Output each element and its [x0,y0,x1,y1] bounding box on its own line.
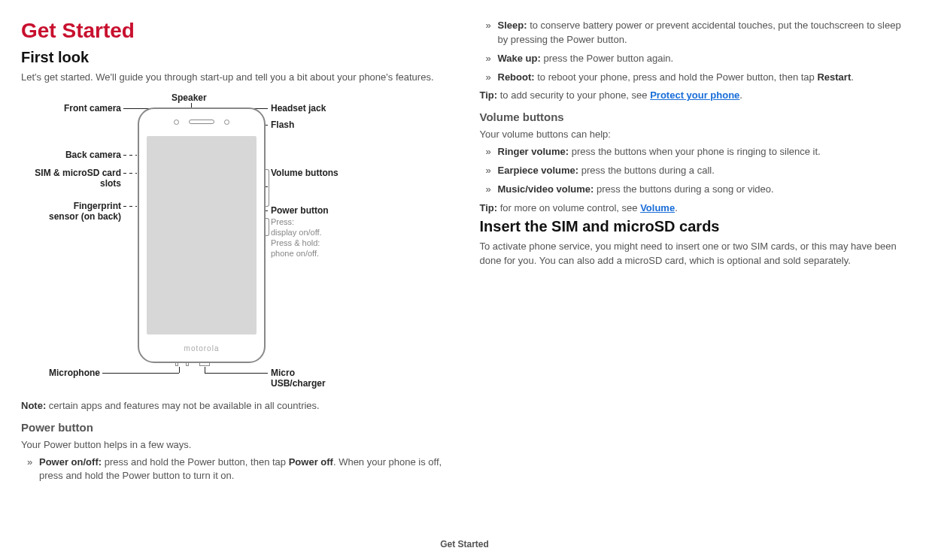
label-power-sub1: Press: [271,217,294,227]
bold2: Power off [289,456,333,468]
tip-label: Tip: [480,202,498,213]
volume-buttons-intro: Your volume buttons can help: [480,128,909,142]
item-earpiece: Earpiece volume: press the buttons durin… [483,164,909,178]
label-microphone: Microphone [44,368,100,378]
lead-back-camera [123,155,137,156]
page-footer: Get Started [0,539,929,549]
note-text: certain apps and features may not be ava… [46,400,320,411]
label-power-sub2: display on/off. [271,228,322,238]
power-button-list: Power on/off: press and hold the Power b… [21,456,450,484]
sensor-icon [224,120,229,125]
lead-microphone-h [102,373,179,374]
label-power-sub4: phone on/off. [271,249,319,259]
text: press the Power button again. [541,53,673,64]
item-sleep: Sleep: to conserve battery power or prev… [483,19,909,47]
label-power-sub3: Press & hold: [271,238,320,248]
label-speaker: Speaker [172,92,207,103]
mic-port-icon-2 [186,362,189,366]
text: to conserve battery power or prevent acc… [498,20,901,45]
label-fingerprint: Fingerprint sensor (on back) [44,201,121,222]
volume-buttons-list: Ringer volume: press the buttons when yo… [480,145,909,197]
text: press the buttons when your phone is rin… [569,146,821,157]
item-reboot: Reboot: to reboot your phone, press and … [483,71,909,85]
lead-usb-v [205,367,205,373]
label-back-camera: Back camera [57,150,121,160]
label-flash: Flash [271,120,294,130]
label-micro-usb: Micro USB/charger [271,368,339,389]
volume-button-icon [265,169,269,207]
label: Earpiece volume: [498,165,579,176]
bold2: Restart [817,71,851,83]
phone-diagram: Speaker Front camera Back camera SIM & m… [21,92,442,393]
power-button-list-cont: Sleep: to conserve battery power or prev… [480,19,909,84]
label-power-button: Power button [271,205,329,216]
volume-buttons-heading: Volume buttons [480,110,909,123]
power-button-heading: Power button [21,421,450,434]
power-button-intro: Your Power button helps in a few ways. [21,438,450,453]
screen [147,136,257,334]
page-columns: Get Started First look Let's get started… [21,19,908,488]
item-power-on-off: Power on/off: press and hold the Power b… [24,456,450,484]
lead-microphone-v [179,367,180,373]
label: Power on/off: [39,456,102,468]
text: to reboot your phone, press and hold the… [535,71,818,83]
link-volume[interactable]: Volume [640,202,675,213]
front-camera-icon [174,120,179,125]
phone-body: motorola [138,107,266,363]
label: Reboot: [498,71,535,83]
first-look-intro: Let's get started. We'll guide you throu… [21,71,450,85]
item-music: Music/video volume: press the buttons du… [483,183,909,197]
note-label: Note: [21,400,46,411]
insert-sim-text: To activate phone service, you might nee… [480,240,909,268]
text: press the buttons during a call. [578,165,715,176]
label: Sleep: [498,20,527,31]
tip-label: Tip: [480,89,498,101]
label-volume-buttons: Volume buttons [271,168,339,178]
first-look-heading: First look [21,49,450,66]
item-wake-up: Wake up: press the Power button again. [483,52,909,66]
tip-text: to add security to your phone, see [497,89,650,101]
page-title: Get Started [21,19,450,43]
left-column: Get Started First look Let's get started… [21,19,450,488]
link-protect-your-phone[interactable]: Protect your phone [650,89,739,101]
label-front-camera: Front camera [57,103,121,114]
mic-port-icon [175,362,178,366]
insert-sim-heading: Insert the SIM and microSD cards [480,218,909,235]
right-column: Sleep: to conserve battery power or prev… [480,19,909,488]
label: Ringer volume: [498,146,569,157]
brand-text: motorola [184,344,220,353]
power-button-tip: Tip: to add security to your phone, see … [480,89,909,103]
label: Music/video volume: [498,183,594,195]
text: press the buttons during a song or video… [594,183,773,195]
first-look-note: Note: certain apps and features may not … [21,399,450,413]
item-ringer: Ringer volume: press the buttons when yo… [483,145,909,159]
volume-buttons-tip: Tip: for more on volume control, see Vol… [480,201,909,216]
power-button-icon [265,218,269,236]
label: Wake up: [498,53,541,64]
lead-fingerprint [123,206,137,207]
text2: . [851,71,854,83]
earpiece-icon [189,120,214,124]
label-sim-slots: SIM & microSD card slots [29,168,121,189]
label-headset-jack: Headset jack [271,103,326,114]
lead-sim-slots [123,173,137,174]
usb-port-icon [199,362,210,366]
tip-text: for more on volume control, see [497,202,640,213]
text: press and hold the Power button, then ta… [102,456,289,468]
lead-usb-h [205,373,268,374]
